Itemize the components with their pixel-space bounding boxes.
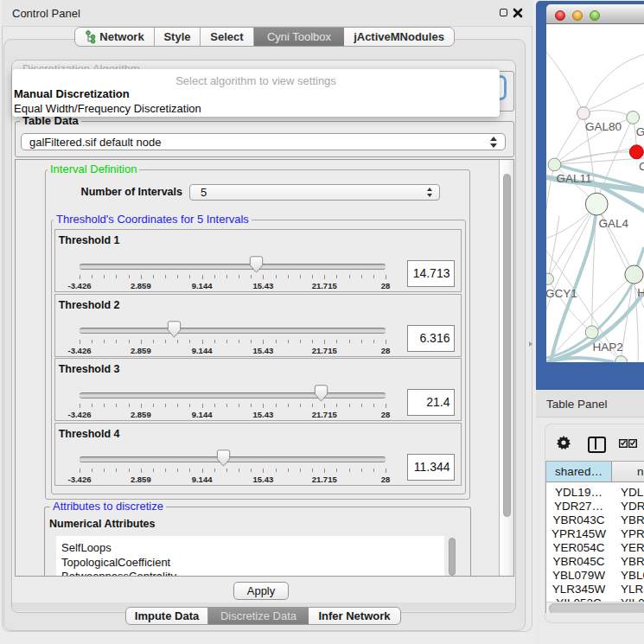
svg-text:HAP2: HAP2 <box>592 341 622 354</box>
svg-text:GAL11: GAL11 <box>557 172 592 185</box>
svg-text:GAL4: GAL4 <box>599 217 629 230</box>
svg-text:H: H <box>637 286 644 299</box>
svg-text:GA: GA <box>636 125 644 138</box>
svg-text:GAL80: GAL80 <box>585 120 622 133</box>
svg-text:C: C <box>639 160 644 173</box>
svg-text:GCY1: GCY1 <box>546 287 577 300</box>
